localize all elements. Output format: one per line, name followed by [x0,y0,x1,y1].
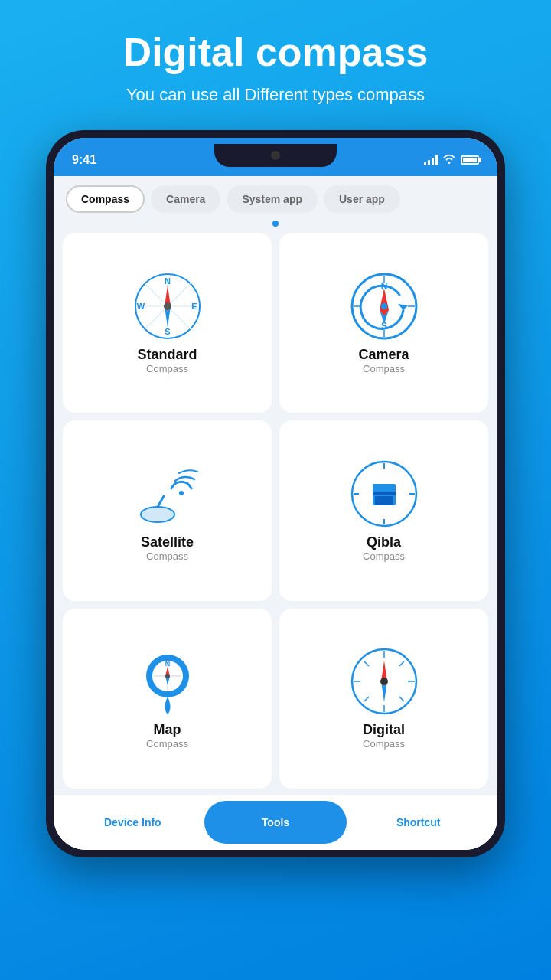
svg-text:N: N [165,660,170,668]
card-satellite[interactable]: Satellite Compass [63,420,272,600]
svg-point-54 [380,678,388,685]
svg-point-24 [141,507,174,522]
map-compass-icon: N [133,647,202,716]
svg-text:N: N [165,276,171,286]
nav-tools[interactable]: Tools [204,801,347,844]
app-subtitle: You can use all Different types compass [15,83,536,107]
svg-marker-22 [398,304,408,310]
svg-point-23 [381,303,387,309]
qibla-sub: Compass [363,550,405,562]
bottom-nav: Device Info Tools Shortcut [54,795,497,850]
svg-text:E: E [191,302,197,311]
svg-point-26 [179,491,184,495]
qibla-title: Qibla [367,534,401,550]
svg-line-51 [399,697,404,701]
svg-line-48 [364,662,369,666]
svg-text:S: S [165,327,170,336]
tab-camera[interactable]: Camera [151,185,220,213]
tab-system-app[interactable]: System app [227,185,318,213]
standard-sub: Compass [146,363,188,374]
svg-line-50 [364,697,369,701]
svg-line-25 [158,496,164,507]
status-time: 9:41 [72,153,96,167]
header-section: Digital compass You can use all Differen… [0,0,551,122]
nav-device-info[interactable]: Device Info [61,801,204,844]
svg-point-11 [164,302,171,310]
svg-rect-29 [375,496,393,505]
map-title: Map [154,722,181,738]
card-camera[interactable]: N S Camera Compass [279,233,488,413]
camera-title: Camera [358,347,409,363]
camera-sub: Compass [363,363,405,374]
signal-icon [424,155,438,165]
phone-screen: 9:41 [54,138,497,850]
card-map[interactable]: N Map Compass [63,609,272,789]
app-content: Compass Camera System app User app [54,176,497,850]
digital-title: Digital [363,722,405,738]
digital-sub: Compass [363,738,405,750]
wifi-icon [442,153,456,166]
map-sub: Compass [146,738,188,750]
standard-title: Standard [137,347,197,363]
tab-indicator [272,220,279,227]
camera-compass-icon: N S [350,272,419,341]
battery-icon [461,155,479,165]
card-qibla[interactable]: Qibla Compass [279,420,488,600]
svg-line-49 [399,662,404,666]
tab-user-app[interactable]: User app [324,185,400,213]
satellite-sub: Compass [146,550,188,562]
digital-compass-icon [350,647,419,716]
compass-grid: N S E W Standard Compass [54,227,497,795]
svg-text:W: W [136,302,145,311]
satellite-title: Satellite [141,534,194,550]
svg-rect-30 [373,492,396,495]
tab-compass[interactable]: Compass [66,185,145,213]
satellite-compass-icon [133,459,202,528]
nav-shortcut[interactable]: Shortcut [347,801,490,844]
qibla-compass-icon [350,459,419,528]
card-digital[interactable]: Digital Compass [279,609,488,789]
tab-bar: Compass Camera System app User app [54,176,497,219]
status-icons [424,153,479,166]
svg-point-42 [165,674,170,678]
card-standard[interactable]: N S E W Standard Compass [63,233,272,413]
phone-mockup: 9:41 [46,130,505,858]
standard-compass-icon: N S E W [133,272,202,341]
app-title: Digital compass [15,31,536,74]
phone-notch [214,144,337,167]
